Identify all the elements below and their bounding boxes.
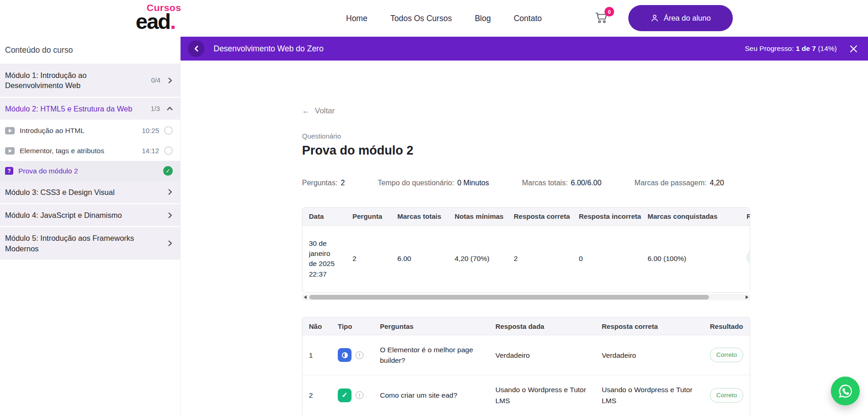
nav-item-todos-os-cursos[interactable]: Todos Os Cursos xyxy=(390,14,452,23)
sidebar-lesson-elementor-tags-atributos[interactable]: Elementor, tags e atributos 14:12 xyxy=(0,141,180,161)
lesson-duration: 14:12 xyxy=(142,147,159,155)
correct-badge: Correto xyxy=(710,348,743,362)
play-icon xyxy=(5,147,15,155)
attempt-total-marks: 6.00 xyxy=(391,225,448,292)
whatsapp-float-button[interactable] xyxy=(831,377,860,405)
lesson-duration: 10:25 xyxy=(142,127,159,134)
correct-answer: Usando o Wordpress e Tutor LMS xyxy=(595,375,703,415)
col-nao: Não xyxy=(302,317,331,335)
sidebar-lesson-introducao-ao-html[interactable]: Introdução ao HTML 10:25 xyxy=(0,121,180,141)
col-resposta-incorreta: Resposta incorreta xyxy=(572,208,641,225)
attempt-question-count: 2 xyxy=(346,225,391,292)
col-resposta-correta: Resposta correta xyxy=(507,208,572,225)
question-text: Como criar um site ead? xyxy=(374,375,489,415)
chevron-up-icon xyxy=(167,106,173,111)
module-count: 1/3 xyxy=(151,105,160,112)
module-label: Módulo 3: CSS3 e Design Visual xyxy=(5,187,167,197)
checkbox-icon: ✓ xyxy=(338,388,352,402)
attempt-earned-marks: 6.00 (100%) xyxy=(641,225,740,292)
attempt-row: 30 de janeiro de 2025 22:37 2 6.00 4,20 … xyxy=(302,225,750,292)
given-answer: Verdadeiro xyxy=(489,335,595,375)
left-arrow-icon: ← xyxy=(302,106,310,116)
info-icon[interactable]: i xyxy=(356,351,363,359)
lesson-label: Prova do módulo 2 xyxy=(18,167,163,175)
sidebar-module-2[interactable]: Módulo 2: HTML5 e Estrutura da Web 1/3 xyxy=(0,98,180,121)
correct-badge: Correto xyxy=(710,388,743,403)
progress-value: 1 de 7 xyxy=(796,44,816,52)
col-resposta-correta2: Resposta correta xyxy=(595,317,703,335)
logo-text-main: ead. xyxy=(136,9,175,33)
course-back-button[interactable] xyxy=(188,40,204,57)
quiz-results-panel: ← Voltar Questionário Prova do módulo 2 … xyxy=(181,61,868,416)
question-number: 2 xyxy=(302,375,331,415)
attempt-date: 30 de janeiro de 2025 22:37 xyxy=(302,225,346,292)
close-icon xyxy=(850,45,857,53)
module-label: Módulo 2: HTML5 e Estrutura da Web xyxy=(5,104,151,114)
student-area-button[interactable]: Área do aluno xyxy=(628,5,733,31)
top-navbar: Cursos ead. Home Todos Os Cursos Blog Co… xyxy=(0,0,868,37)
module-label: Módulo 5: Introdução aos Frameworks Mode… xyxy=(5,233,167,254)
stat-tempo: Tempo do questionário:0 Minutos xyxy=(378,179,489,187)
student-area-label: Área do aluno xyxy=(664,14,711,22)
attempt-pass-marks: 4,20 (70%) xyxy=(448,225,507,292)
module-label: Módulo 1: Introdução ao Desenvolvimento … xyxy=(5,70,151,91)
content-type-label: Questionário xyxy=(302,132,750,140)
nav-item-blog[interactable]: Blog xyxy=(475,14,491,23)
lesson-incomplete-circle-icon xyxy=(164,146,173,155)
course-content-sidebar: Conteúdo do curso Módulo 1: Introdução a… xyxy=(0,37,181,416)
person-icon xyxy=(650,14,659,22)
stat-marcas-totais: Marcas totais:6.00/6.00 xyxy=(522,179,601,187)
back-link-label: Voltar xyxy=(315,106,335,116)
correct-answer: Verdadeiro xyxy=(595,335,703,375)
info-icon[interactable]: i xyxy=(356,391,363,399)
attempts-table: Data Pergunta Marcas totais Notas mínima… xyxy=(302,208,750,292)
sidebar-title: Conteúdo do curso xyxy=(0,37,180,64)
nav-item-contato[interactable]: Contato xyxy=(514,14,542,23)
chevron-right-icon xyxy=(167,240,173,246)
scrollbar-left-arrow[interactable] xyxy=(304,295,307,299)
question-row-2: 2 ✓ i Como criar um site ead? Usando o W… xyxy=(302,375,750,415)
lesson-label: Elementor, tags e atributos xyxy=(20,147,142,155)
lesson-incomplete-circle-icon xyxy=(164,126,173,135)
attempts-table-container: Data Pergunta Marcas totais Notas mínima… xyxy=(302,207,750,293)
chevron-right-icon xyxy=(167,78,173,83)
quiz-title: Prova do módulo 2 xyxy=(302,144,750,158)
question-row-1: 1 i O Elementor é o melhor page builder?… xyxy=(302,335,750,375)
site-logo[interactable]: Cursos ead. xyxy=(136,3,181,31)
course-progress: Seu Progresso: 1 de 7 (14%) xyxy=(745,44,837,53)
chevron-left-icon xyxy=(193,45,199,52)
sidebar-lesson-prova-do-modulo-2[interactable]: ? Prova do módulo 2 ✓ xyxy=(0,161,180,181)
sidebar-module-4[interactable]: Módulo 4: JavaScript e Dinamismo xyxy=(0,204,180,227)
play-icon xyxy=(5,127,15,134)
cart-count-badge: 0 xyxy=(604,7,614,17)
course-topbar: Desenvolvimento Web do Zero Seu Progress… xyxy=(181,37,868,61)
quiz-stats-row: Perguntas:2 Tempo do questionário:0 Minu… xyxy=(302,179,750,187)
col-pergunta: Pergunta xyxy=(346,208,391,225)
col-resultado: Resultado xyxy=(740,208,750,225)
nav-item-home[interactable]: Home xyxy=(346,14,368,23)
stat-perguntas: Perguntas:2 xyxy=(302,179,345,187)
scrollbar-thumb[interactable] xyxy=(309,295,709,300)
col-marcas-totais: Marcas totais xyxy=(391,208,448,225)
col-perguntas: Perguntas xyxy=(374,317,489,335)
close-course-button[interactable] xyxy=(849,44,858,53)
chevron-right-icon xyxy=(167,212,173,218)
scrollbar-right-arrow[interactable] xyxy=(746,295,748,299)
given-answer: Usando o Wordpress e Tutor LMS xyxy=(489,375,595,415)
col-data: Data xyxy=(302,208,346,225)
true-false-icon xyxy=(338,348,352,362)
lesson-completed-check-icon: ✓ xyxy=(163,166,173,176)
voltar-back-link[interactable]: ← Voltar xyxy=(302,106,335,116)
sidebar-module-5[interactable]: Módulo 5: Introdução aos Frameworks Mode… xyxy=(0,227,180,261)
question-text: O Elementor é o melhor page builder? xyxy=(374,335,489,375)
module-label: Módulo 4: JavaScript e Dinamismo xyxy=(5,210,167,220)
horizontal-scrollbar[interactable] xyxy=(302,294,750,300)
course-title: Desenvolvimento Web do Zero xyxy=(214,44,324,54)
questions-header-row: Não Tipo Perguntas Resposta dada Respost… xyxy=(302,317,750,335)
cart-button[interactable]: 0 xyxy=(594,10,611,28)
logo-dot: . xyxy=(170,9,175,33)
sidebar-module-3[interactable]: Módulo 3: CSS3 e Design Visual xyxy=(0,181,180,204)
question-type-cell: ✓ i xyxy=(331,375,374,415)
sidebar-module-1[interactable]: Módulo 1: Introdução ao Desenvolvimento … xyxy=(0,64,180,98)
quiz-icon: ? xyxy=(5,167,13,175)
